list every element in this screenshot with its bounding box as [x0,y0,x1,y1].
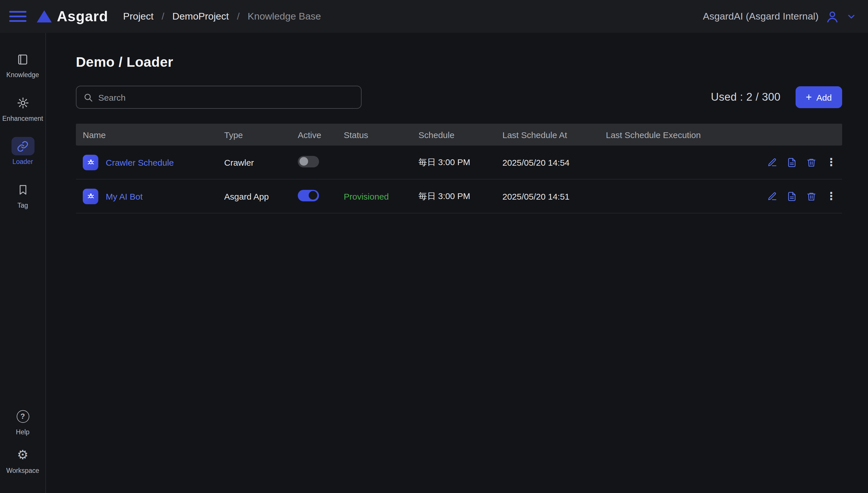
sidebar-item-workspace[interactable]: ⚙ Workspace [0,446,45,475]
usage-counter: Used : 2 / 300 [711,91,780,104]
sidebar-item-label: Knowledge [6,71,39,79]
app-logo[interactable]: Asgard [37,8,108,25]
breadcrumb-demoproject[interactable]: DemoProject [173,10,229,22]
sidebar-item-loader[interactable]: Loader [0,137,45,166]
edit-icon[interactable] [768,157,777,167]
edit-icon[interactable] [768,191,777,201]
loader-table: Name Type Active Status Schedule Last Sc… [76,124,842,213]
user-avatar-icon[interactable] [825,9,839,23]
breadcrumb-separator: / [162,10,164,22]
help-icon: ? [11,407,34,425]
status-text: Provisioned [337,191,412,201]
search-input[interactable] [98,92,354,102]
sidebar-item-knowledge[interactable]: Knowledge [0,50,45,79]
sidebar-item-label: Enhancement [2,115,43,122]
bookmark-icon [11,180,34,199]
column-header-schedule: Schedule [412,130,496,140]
column-header-name: Name [76,130,217,140]
plus-icon: + [806,92,812,102]
account-label: AsgardAI (Asgard Internal) [703,10,819,22]
document-icon[interactable] [787,191,797,201]
gear-icon: ⚙ [11,446,34,465]
logo-triangle-icon [37,10,52,22]
column-header-active: Active [291,130,337,140]
add-button-label: Add [817,92,832,102]
table-row: Crawler Schedule Crawler 毎日 3:00 PM 2025… [76,146,842,179]
active-toggle[interactable] [298,156,319,167]
column-header-type: Type [217,130,291,140]
book-icon [11,50,34,68]
breadcrumb-knowledge-base: Knowledge Base [248,10,321,22]
sidebar-item-label: Tag [17,202,28,209]
delete-icon[interactable] [806,157,816,167]
more-options-icon[interactable]: ⋮ [826,157,837,167]
topbar-right: AsgardAI (Asgard Internal) [703,9,856,23]
breadcrumb: Project / DemoProject / Knowledge Base [123,10,321,22]
sidebar-bottom: ? Help ⚙ Workspace [0,407,45,485]
add-button[interactable]: + Add [796,86,842,108]
main-content: Demo / Loader Used : 2 / 300 + Add Name [47,33,868,493]
schedule-text: 毎日 3:00 PM [412,191,496,201]
row-actions: ⋮ [762,191,842,201]
more-options-icon[interactable]: ⋮ [826,191,837,201]
page-title: Demo / Loader [76,54,842,70]
column-header-last-schedule-execution: Last Schedule Execution [599,130,762,140]
search-icon [83,92,93,102]
sidebar: Knowledge Enhancement Loa [0,33,46,493]
breadcrumb-project[interactable]: Project [123,10,154,22]
active-toggle[interactable] [298,190,319,201]
sidebar-item-enhancement[interactable]: Enhancement [0,93,45,122]
crawler-app-icon [83,154,98,170]
row-actions: ⋮ [762,157,842,167]
search-box[interactable] [76,86,362,109]
loader-name-link[interactable]: Crawler Schedule [106,157,174,167]
sidebar-item-label: Workspace [6,467,39,475]
sidebar-item-label: Help [16,428,29,435]
logo-text: Asgard [57,8,108,25]
sidebar-item-help[interactable]: ? Help [0,407,45,435]
sidebar-item-tag[interactable]: Tag [0,180,45,209]
link-icon [11,137,34,156]
hamburger-menu-icon[interactable] [9,9,26,24]
document-icon[interactable] [787,157,797,167]
breadcrumb-separator: / [237,10,239,22]
sun-icon [11,93,34,112]
loader-name-link[interactable]: My AI Bot [106,191,142,201]
schedule-text: 毎日 3:00 PM [412,157,496,168]
last-schedule-at: 2025/05/20 14:51 [496,191,599,201]
app-root: Asgard Project / DemoProject / Knowledge… [0,0,868,493]
delete-icon[interactable] [806,191,816,201]
loader-type: Crawler [217,157,291,167]
loader-type: Asgard App [217,191,291,201]
column-header-status: Status [337,130,412,140]
chevron-down-icon[interactable] [846,11,856,22]
top-bar: Asgard Project / DemoProject / Knowledge… [0,0,868,33]
toolbar: Used : 2 / 300 + Add [76,86,842,109]
last-schedule-at: 2025/05/20 14:54 [496,157,599,167]
crawler-app-icon [83,188,98,204]
sidebar-item-label: Loader [13,158,33,166]
table-row: My AI Bot Asgard App Provisioned 毎日 3:00… [76,179,842,213]
table-header-row: Name Type Active Status Schedule Last Sc… [76,124,842,146]
column-header-last-schedule-at: Last Schedule At [496,130,599,140]
